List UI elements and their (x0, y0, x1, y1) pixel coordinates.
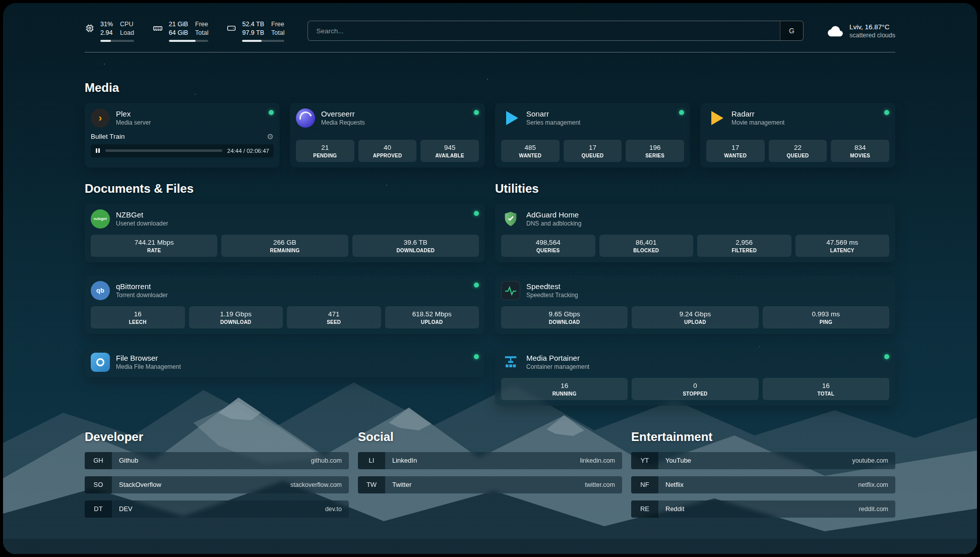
stat-label: SERIES (628, 153, 682, 158)
stat-value: 9.24 Gbps (634, 310, 756, 318)
stat-box: 945 AVAILABLE (420, 140, 479, 162)
bookmark-dev[interactable]: DT DEV dev.to (85, 500, 349, 518)
service-card-filebrowser: File Browser Media File Management (85, 347, 485, 377)
bookmark-youtube[interactable]: YT YouTube youtube.com (631, 452, 895, 469)
bookmark-twitter[interactable]: TW Twitter twitter.com (358, 476, 622, 493)
stat-value: 39.6 TB (354, 239, 477, 246)
disk-free-label: Free (271, 20, 284, 28)
service-link-speedtest[interactable]: Speedtest Speedtest Tracking (501, 281, 889, 300)
stat-value: 0 (634, 382, 756, 389)
stat-label: FILTERED (699, 248, 789, 253)
service-stats: 21 PENDING 40 APPROVED 945 AVAILABLE (296, 134, 479, 162)
media-card-grid: › Plex Media server Bullet Train ⚙ 24:44… (85, 103, 895, 168)
stat-box: 16 LEECH (91, 306, 185, 328)
stat-box: 471 SEED (287, 306, 381, 328)
service-link-nzbget[interactable]: nzbget NZBGet Usenet downloader (91, 209, 479, 229)
service-link-qbittorrent[interactable]: qb qBittorrent Torrent downloader (91, 281, 479, 300)
memory-free-label: Free (195, 20, 208, 28)
bookmark-abbr: DT (85, 500, 112, 518)
stat-label: SEED (289, 319, 379, 325)
stat-value: 21 (298, 144, 352, 151)
speedtest-icon (501, 281, 520, 300)
service-link-plex[interactable]: › Plex Media server (91, 108, 274, 128)
service-link-portainer[interactable]: Media Portainer Container management (501, 353, 889, 372)
stat-value: 498,564 (503, 239, 593, 246)
bookmark-url: twitter.com (585, 481, 615, 488)
bookmark-stackoverflow[interactable]: SO StackOverflow stackoverflow.com (85, 476, 349, 493)
memory-usage-bar (169, 40, 209, 42)
stat-value: 945 (422, 144, 477, 151)
cpu-icon (85, 23, 95, 33)
stat-value: 266 GB (223, 239, 346, 246)
service-card-nzbget: nzbget NZBGet Usenet downloader 744.21 M… (85, 204, 485, 262)
status-dot (474, 283, 479, 288)
stat-box: 9.65 Gbps DOWNLOAD (501, 306, 628, 328)
resource-widgets: 31% CPU 2.94 Load 21 GiB (85, 20, 284, 42)
bookmark-netflix[interactable]: NF Netflix netflix.com (631, 476, 895, 493)
stat-label: MOVIES (833, 153, 887, 158)
memory-total-label: Total (195, 29, 208, 37)
section-heading-developer: Developer (85, 430, 349, 444)
stat-label: STOPPED (634, 391, 756, 397)
stat-box: 40 APPROVED (358, 140, 417, 162)
service-name: File Browser (116, 354, 181, 362)
service-subtitle: DNS and adblocking (526, 220, 581, 227)
service-subtitle: Usenet downloader (116, 220, 168, 227)
memory-icon (152, 23, 163, 33)
stat-box: 86,401 BLOCKED (599, 235, 694, 257)
section-heading-utilities: Utilities (495, 182, 895, 196)
service-card-adguard: AdGuard Home DNS and adblocking 498,564 … (495, 204, 895, 262)
stat-value: 40 (360, 144, 415, 151)
bookmark-abbr: LI (358, 452, 385, 469)
stat-label: DOWNLOAD (503, 319, 626, 325)
gear-icon[interactable]: ⚙ (267, 133, 274, 140)
stat-value: 0.993 ms (765, 310, 887, 318)
status-dot (884, 354, 889, 359)
bookmark-github[interactable]: GH Github github.com (85, 452, 349, 469)
stat-box: 498,564 QUERIES (501, 235, 595, 257)
pause-icon[interactable] (95, 148, 100, 153)
service-link-overseerr[interactable]: Overseerr Media Requests (296, 108, 479, 128)
disk-total-label: Total (271, 29, 284, 37)
service-name: Sonarr (526, 109, 580, 118)
playback-progress-row: 24:44 / 02:06:47 (91, 144, 274, 157)
top-bar: 31% CPU 2.94 Load 21 GiB (85, 20, 895, 42)
status-dot (474, 354, 479, 359)
search-input[interactable] (308, 21, 780, 40)
stat-label: AVAILABLE (422, 153, 477, 158)
service-link-sonarr[interactable]: Sonarr Series management (501, 108, 684, 128)
stat-label: LEECH (93, 319, 183, 325)
weather-widget: Lviv, 16.87°C scattered clouds (827, 23, 895, 39)
stat-label: QUEUED (771, 153, 825, 158)
stat-value: 47.569 ms (798, 239, 888, 246)
cpu-widget: 31% CPU 2.94 Load (85, 20, 134, 42)
status-dot (474, 110, 479, 115)
service-link-radarr[interactable]: Radarr Movie management (706, 108, 889, 128)
topbar-divider (85, 52, 895, 52)
service-link-filebrowser[interactable]: File Browser Media File Management (91, 353, 479, 372)
bookmark-linkedin[interactable]: LI LinkedIn linkedin.com (358, 452, 622, 469)
service-subtitle: Media File Management (116, 363, 181, 370)
service-link-adguard[interactable]: AdGuard Home DNS and adblocking (501, 209, 889, 229)
status-dot (474, 211, 479, 216)
bookmark-abbr: RE (631, 500, 658, 518)
search-provider-button[interactable]: G (780, 21, 803, 40)
sonarr-icon (501, 108, 520, 128)
bookmark-reddit[interactable]: RE Reddit reddit.com (631, 500, 895, 518)
stat-value: 196 (628, 144, 682, 151)
nzbget-icon: nzbget (91, 209, 110, 229)
overseerr-icon (296, 108, 315, 128)
stat-box: 9.24 Gbps UPLOAD (632, 306, 758, 328)
stat-box: 17 QUEUED (564, 140, 622, 162)
adguard-shield-icon (501, 209, 520, 229)
playback-progress-bar[interactable] (105, 149, 222, 152)
stat-label: TOTAL (765, 391, 887, 397)
stat-value: 485 (503, 144, 558, 151)
service-name: Radarr (731, 109, 784, 118)
stat-label: APPROVED (360, 153, 415, 158)
stat-value: 471 (289, 310, 379, 318)
section-heading-media: Media (85, 81, 895, 95)
service-name: Plex (116, 109, 151, 118)
service-card-portainer: Media Portainer Container management 16 … (495, 347, 895, 406)
service-name: Overseerr (321, 109, 365, 118)
